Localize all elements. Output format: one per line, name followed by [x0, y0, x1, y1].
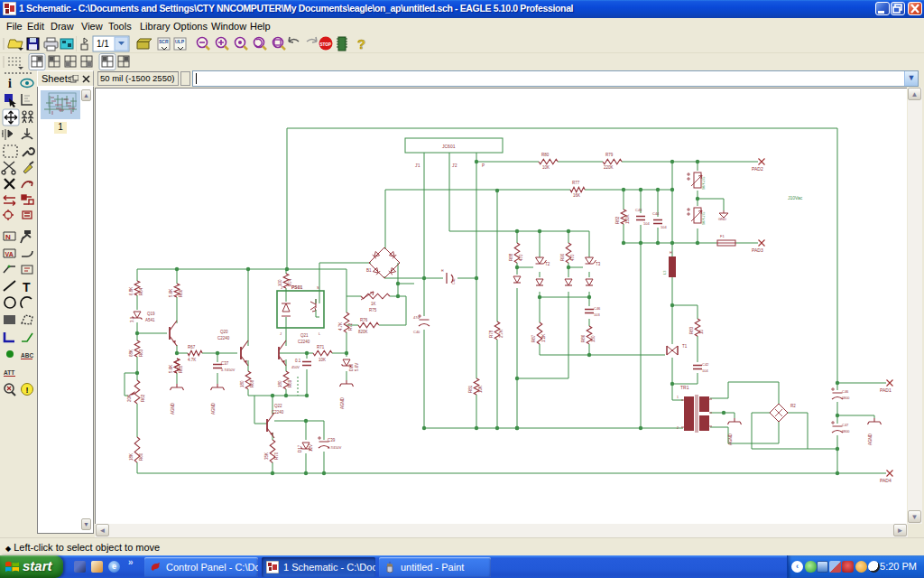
svg-text:C43: C43: [635, 208, 642, 212]
svg-text:R71: R71: [317, 345, 325, 350]
svg-text:STOP: STOP: [320, 42, 331, 47]
svg-text:C2240: C2240: [272, 410, 284, 415]
svg-text:10K: 10K: [542, 165, 550, 170]
svg-text:C44: C44: [652, 211, 660, 216]
svg-text:D17: D17: [298, 444, 302, 452]
svg-text:16K: 16K: [573, 193, 580, 198]
svg-text:R78: R78: [489, 330, 494, 338]
svg-text:C40: C40: [413, 330, 420, 334]
svg-text:L3: L3: [662, 270, 667, 275]
svg-text:JC601: JC601: [442, 144, 456, 149]
svg-text:220K: 220K: [604, 165, 614, 170]
svg-text:H: H: [441, 269, 444, 273]
svg-text:B1: B1: [366, 268, 372, 273]
svg-text:R69: R69: [288, 379, 292, 387]
svg-text:4.7/450V: 4.7/450V: [328, 446, 342, 450]
svg-text:10K: 10K: [319, 358, 326, 362]
svg-text:C37: C37: [221, 361, 229, 366]
svg-text:PAD4: PAD4: [880, 478, 892, 483]
svg-text:AGND: AGND: [211, 402, 216, 415]
svg-text:5.6V: 5.6V: [355, 363, 359, 371]
svg-text:R70: R70: [274, 452, 279, 460]
svg-text:J10Vac: J10Vac: [788, 195, 803, 200]
svg-text:Q21: Q21: [300, 333, 309, 338]
svg-text:SCR: SCR: [159, 39, 169, 44]
svg-text:R60: R60: [139, 452, 143, 461]
svg-text:Q22: Q22: [274, 404, 282, 408]
svg-text:S07K-275: S07K-275: [702, 177, 706, 190]
svg-text:AGND: AGND: [171, 402, 175, 415]
svg-text:N: N: [5, 233, 11, 241]
svg-text:470: 470: [519, 254, 523, 261]
svg-text:C42: C42: [702, 362, 709, 367]
svg-text:R66: R66: [179, 289, 183, 297]
svg-text:AGND: AGND: [868, 433, 873, 445]
svg-text:470: 470: [570, 254, 575, 261]
svg-text:ULP: ULP: [175, 39, 185, 44]
svg-text:T2: T2: [545, 262, 550, 266]
svg-text:4.7K: 4.7K: [188, 358, 196, 362]
svg-text:10K: 10K: [478, 386, 483, 393]
svg-text:C2240: C2240: [217, 336, 230, 340]
svg-text:R79: R79: [605, 153, 614, 157]
svg-text:P: P: [482, 163, 485, 168]
svg-text:104: 104: [702, 368, 708, 373]
svg-text:R80: R80: [541, 153, 550, 157]
svg-text:3.9: 3.9: [130, 316, 134, 322]
svg-text:1K: 1K: [371, 302, 376, 306]
svg-text:180: 180: [240, 380, 245, 387]
svg-text:Q20: Q20: [220, 330, 228, 334]
svg-text:2.7K: 2.7K: [499, 330, 504, 338]
svg-text:4.7K: 4.7K: [338, 322, 343, 331]
svg-text:47u: 47u: [413, 315, 420, 320]
svg-text:F1: F1: [720, 234, 725, 238]
svg-text:68K: 68K: [129, 350, 134, 357]
svg-text:6.8K: 6.8K: [129, 287, 134, 295]
svg-text:PAD3: PAD3: [752, 247, 763, 253]
svg-text:R87: R87: [531, 334, 536, 342]
svg-text:820K: 820K: [358, 330, 368, 334]
svg-text:VA: VA: [5, 251, 14, 257]
svg-text:T3: T3: [596, 262, 601, 266]
svg-text:12V: 12V: [309, 444, 313, 452]
svg-text:C41: C41: [452, 278, 456, 284]
svg-text:GND: GND: [718, 217, 726, 221]
svg-text:10: 10: [699, 329, 704, 334]
svg-text:i: i: [8, 77, 12, 90]
svg-text:C47: C47: [842, 423, 849, 427]
svg-text:Q19: Q19: [147, 312, 155, 316]
svg-text:R75: R75: [369, 308, 377, 312]
svg-text:R63: R63: [139, 349, 143, 357]
svg-text:R82: R82: [615, 216, 620, 224]
svg-text:T: T: [23, 280, 31, 294]
svg-text:R90: R90: [560, 253, 565, 261]
svg-text:R83: R83: [689, 326, 694, 334]
svg-text:J: J: [280, 331, 282, 336]
svg-text:18K: 18K: [129, 453, 134, 461]
svg-text:A541: A541: [145, 318, 155, 322]
svg-text:?: ?: [357, 36, 365, 51]
svg-text:150: 150: [591, 335, 596, 342]
svg-text:R68: R68: [250, 379, 254, 387]
svg-text:C39: C39: [328, 438, 336, 443]
svg-text:PAD2: PAD2: [752, 166, 763, 172]
svg-text:2: 2: [677, 426, 679, 430]
svg-text:6800: 6800: [842, 430, 849, 434]
svg-text:100: 100: [278, 279, 282, 286]
svg-text:S07K-275: S07K-275: [702, 212, 706, 225]
svg-text:AGND: AGND: [728, 433, 733, 445]
svg-text:J'2: J'2: [452, 163, 457, 168]
svg-text:L: L: [319, 331, 321, 336]
svg-text:C46: C46: [594, 306, 601, 311]
svg-text:ATT: ATT: [4, 369, 14, 376]
svg-text:R86: R86: [581, 334, 586, 342]
svg-text:T1: T1: [682, 344, 688, 349]
svg-text:R76: R76: [360, 318, 368, 322]
svg-text:450V: 450V: [291, 366, 300, 369]
svg-text:0.1: 0.1: [295, 359, 301, 363]
svg-text:R72: R72: [348, 322, 353, 331]
svg-text:6800: 6800: [842, 396, 849, 400]
svg-text:!: !: [26, 386, 29, 395]
svg-text:5.6K: 5.6K: [169, 289, 173, 297]
svg-text:ABC: ABC: [21, 352, 33, 359]
